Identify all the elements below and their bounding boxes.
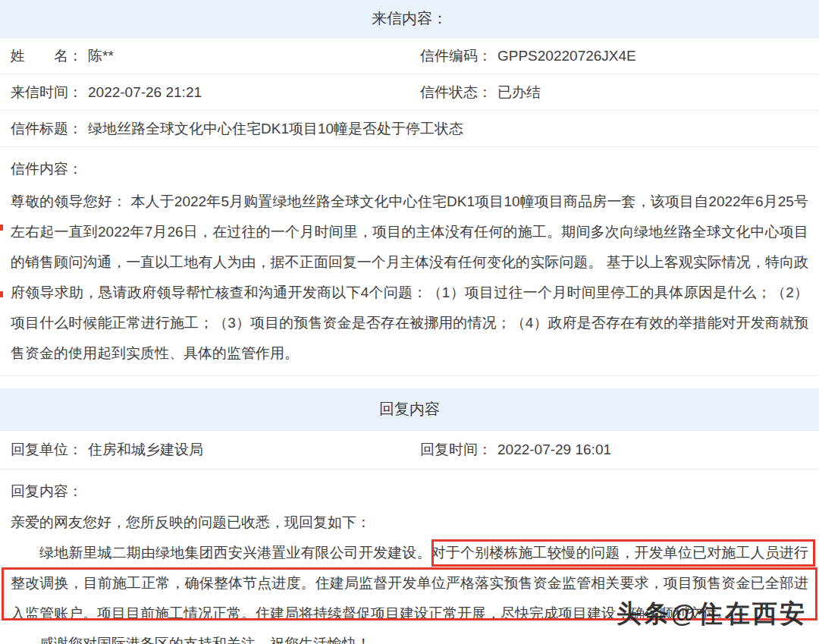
reply-time-label: 回复时间： (420, 440, 492, 460)
reply-content-block: 回复内容： 亲爱的网友您好，您所反映的问题已收悉，现回复如下： 绿地新里城二期由… (0, 470, 819, 644)
letter-title-field: 信件标题： 绿地丝路全球文化中心住宅DK1项目10幢是否处于停工状态 (0, 119, 819, 139)
letter-code-field: 信件编码： GPPS20220726JX4E (410, 46, 819, 66)
reply-content-label: 回复内容： (11, 482, 808, 501)
red-edge-mark (0, 291, 3, 297)
letter-status-field: 信件状态： 已办结 (410, 83, 819, 102)
letter-title-row: 信件标题： 绿地丝路全球文化中心住宅DK1项目10幢是否处于停工状态 (0, 111, 819, 147)
letter-time-field: 来信时间： 2022-07-26 21:21 (0, 83, 410, 102)
name-field: 姓 名： 陈** (0, 46, 410, 66)
letter-code-label: 信件编码： (420, 46, 492, 66)
reply-paragraph-greeting: 亲爱的网友您好，您所反映的问题已收悉，现回复如下： (11, 507, 808, 538)
letter-status-value: 已办结 (497, 83, 541, 102)
name-value: 陈** (88, 46, 114, 66)
reply-section-header: 回复内容 (0, 388, 819, 431)
reply-meta-row: 回复单位： 住房和城乡建设局 回复时间： 2022-07-29 16:01 (0, 431, 819, 470)
letter-section-header: 来信内容： (0, 0, 819, 38)
reply-paragraph-closing: 感谢您对国际港务区的支持和关注。祝您生活愉快！ (11, 629, 808, 644)
reply-unit-label: 回复单位： (11, 440, 83, 460)
letter-time-value: 2022-07-26 21:21 (88, 84, 202, 101)
letter-meta-row-2: 来信时间： 2022-07-26 21:21 信件状态： 已办结 (0, 74, 819, 111)
letter-section-title: 来信内容： (372, 8, 447, 29)
name-label: 姓 名： (11, 46, 83, 66)
letter-detail-page: 来信内容： 姓 名： 陈** 信件编码： GPPS20220726JX4E 来信… (0, 0, 819, 644)
reply-unit-field: 回复单位： 住房和城乡建设局 (0, 440, 410, 460)
letter-time-label: 来信时间： (11, 83, 83, 102)
letter-title-label: 信件标题： (11, 119, 83, 139)
letter-status-label: 信件状态： (420, 83, 492, 102)
letter-meta-row-1: 姓 名： 陈** 信件编码： GPPS20220726JX4E (0, 38, 819, 74)
letter-title-value: 绿地丝路全球文化中心住宅DK1项目10幢是否处于停工状态 (88, 119, 463, 139)
reply-section-title: 回复内容 (379, 399, 440, 419)
reply-time-value: 2022-07-29 16:01 (497, 441, 611, 458)
letter-code-value: GPPS20220726JX4E (497, 48, 636, 64)
letter-content-text: 尊敬的领导您好： 本人于2022年5月购置绿地丝路全球文化中心住宅DK1项目10… (11, 187, 808, 375)
reply-content-text: 亲爱的网友您好，您所反映的问题已收悉，现回复如下： 绿地新里城二期由绿地集团西安… (11, 507, 808, 644)
red-edge-mark (0, 225, 3, 231)
reply-unit-value: 住房和城乡建设局 (88, 440, 203, 460)
letter-content-block: 信件内容： 尊敬的领导您好： 本人于2022年5月购置绿地丝路全球文化中心住宅D… (0, 147, 819, 376)
reply-time-field: 回复时间： 2022-07-29 16:01 (410, 440, 819, 460)
reply-paragraph-main: 绿地新里城二期由绿地集团西安兴港置业有限公司开发建设。对于个别楼栋施工较慢的问题… (11, 538, 808, 629)
letter-content-label: 信件内容： (11, 159, 808, 179)
